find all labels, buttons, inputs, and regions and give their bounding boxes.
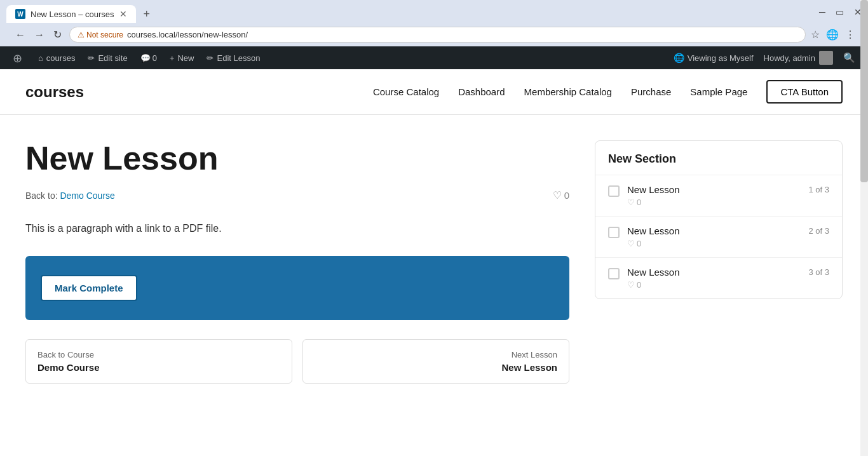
- lesson-checkbox-3[interactable]: [608, 268, 620, 279]
- sidebar-lesson-1[interactable]: New Lesson 1 of 3 ♡ 0: [595, 175, 842, 217]
- sidebar-lesson-3[interactable]: New Lesson 3 of 3 ♡ 0: [595, 258, 842, 298]
- viewing-as-text: 🌐 Viewing as Myself: [667, 53, 760, 63]
- site-header: courses Course Catalog Dashboard Members…: [0, 69, 868, 115]
- admin-bar-edit-site[interactable]: ✏ Edit site: [81, 46, 133, 69]
- browser-chrome: W New Lesson – courses ✕ + ─ ▭ ✕ ← → ↻ ⚠…: [0, 0, 868, 46]
- lesson-title: New Lesson: [25, 140, 569, 177]
- edit-site-icon: ✏: [88, 53, 95, 63]
- lesson-2-heart-icon: ♡: [627, 239, 635, 248]
- site-nav: Course Catalog Dashboard Membership Cata…: [373, 86, 747, 97]
- url-bar[interactable]: ⚠ Not secure courses.local/lesson/new-le…: [69, 27, 806, 43]
- back-to-label: Back to: Demo Course: [25, 191, 115, 201]
- wp-admin-bar: ⊕ ⌂ courses ✏ Edit site 💬 0 + New ✏ Edit…: [0, 46, 868, 69]
- reload-button[interactable]: ↻: [51, 27, 64, 42]
- sidebar-lesson-2[interactable]: New Lesson 2 of 3 ♡ 0: [595, 217, 842, 258]
- new-icon: +: [170, 53, 175, 63]
- lesson-1-position: 1 of 3: [808, 185, 829, 194]
- lesson-paragraph: This is a paragraph with a link to a PDF…: [25, 220, 569, 237]
- lesson-2-position: 2 of 3: [808, 226, 829, 236]
- globe-icon: 🌐: [674, 53, 684, 63]
- url-text: courses.local/lesson/new-lesson/: [127, 30, 248, 39]
- lesson-3-likes: ♡ 0: [627, 280, 829, 290]
- tab-title: New Lesson – courses: [31, 10, 114, 19]
- heart-icon: ♡: [553, 189, 562, 201]
- admin-bar-comments[interactable]: 💬 0: [134, 46, 163, 69]
- lesson-1-heart-icon: ♡: [627, 198, 635, 207]
- wp-logo-icon: ⊕: [13, 51, 25, 64]
- active-tab[interactable]: W New Lesson – courses ✕: [6, 5, 136, 23]
- like-number: 0: [564, 190, 569, 201]
- admin-bar-courses[interactable]: ⌂ courses: [32, 46, 81, 69]
- nav-sample-page[interactable]: Sample Page: [690, 86, 747, 97]
- sidebar-section-title: New Section: [595, 141, 842, 175]
- lesson-checkbox-1[interactable]: [608, 185, 620, 197]
- sidebar-card: New Section New Lesson 1 of 3 ♡ 0: [595, 140, 843, 299]
- next-lesson-label: Next Lesson: [315, 350, 557, 359]
- lesson-meta: Back to: Demo Course ♡ 0: [25, 189, 569, 201]
- back-to-course-title: Demo Course: [37, 362, 280, 373]
- nav-membership-catalog[interactable]: Membership Catalog: [524, 86, 612, 97]
- new-tab-button[interactable]: +: [139, 6, 156, 22]
- howdy-user[interactable]: Howdy, admin: [760, 51, 837, 65]
- tab-close-button[interactable]: ✕: [119, 9, 127, 19]
- admin-avatar: [819, 51, 833, 65]
- back-to-course-link[interactable]: Demo Course: [60, 191, 114, 201]
- scrollbar-thumb[interactable]: [860, 0, 868, 182]
- wp-logo-item[interactable]: ⊕: [6, 46, 32, 69]
- back-to-course-box[interactable]: Back to Course Demo Course: [25, 339, 292, 384]
- window-controls: ─ ▭ ✕: [819, 7, 862, 21]
- lesson-3-heart-icon: ♡: [627, 280, 635, 290]
- lesson-2-info: New Lesson 2 of 3 ♡ 0: [627, 225, 829, 248]
- minimize-button[interactable]: ─: [819, 7, 825, 17]
- nav-course-catalog[interactable]: Course Catalog: [373, 86, 439, 97]
- lesson-2-name: New Lesson: [627, 225, 680, 236]
- admin-search-icon[interactable]: 🔍: [837, 52, 862, 64]
- address-bar: ← → ↻ ⚠ Not secure courses.local/lesson/…: [6, 23, 862, 46]
- bookmark-icon[interactable]: ☆: [811, 29, 820, 41]
- cta-button[interactable]: CTA Button: [766, 80, 843, 104]
- back-button[interactable]: ←: [13, 28, 28, 42]
- lesson-1-likes: ♡ 0: [627, 198, 829, 207]
- maximize-button[interactable]: ▭: [836, 7, 844, 17]
- site-logo[interactable]: courses: [25, 83, 84, 101]
- lesson-sidebar: New Section New Lesson 1 of 3 ♡ 0: [595, 140, 843, 384]
- lesson-3-info: New Lesson 3 of 3 ♡ 0: [627, 267, 829, 290]
- extension-icon[interactable]: 🌐: [826, 29, 839, 41]
- nav-purchase[interactable]: Purchase: [631, 86, 671, 97]
- main-content: New Lesson Back to: Demo Course ♡ 0 This…: [0, 115, 868, 384]
- lesson-3-name: New Lesson: [627, 267, 680, 278]
- menu-icon[interactable]: ⋮: [845, 29, 855, 41]
- back-to-course-label: Back to Course: [37, 350, 280, 359]
- next-lesson-box[interactable]: Next Lesson New Lesson: [302, 339, 569, 384]
- like-count[interactable]: ♡ 0: [553, 189, 569, 201]
- mark-complete-button[interactable]: Mark Complete: [41, 275, 137, 301]
- tab-favicon: W: [15, 9, 25, 19]
- admin-bar-new[interactable]: + New: [163, 46, 201, 69]
- scrollbar[interactable]: [860, 0, 868, 384]
- edit-lesson-icon: ✏: [207, 53, 214, 63]
- lesson-content: New Lesson Back to: Demo Course ♡ 0 This…: [25, 140, 569, 384]
- lesson-2-likes: ♡ 0: [627, 239, 829, 248]
- nav-dashboard[interactable]: Dashboard: [458, 86, 505, 97]
- admin-bar-edit-lesson[interactable]: ✏ Edit Lesson: [200, 46, 266, 69]
- next-lesson-title: New Lesson: [315, 362, 557, 373]
- lesson-1-name: New Lesson: [627, 184, 680, 195]
- lesson-1-info: New Lesson 1 of 3 ♡ 0: [627, 184, 829, 207]
- lesson-3-position: 3 of 3: [808, 267, 829, 277]
- lesson-nav-boxes: Back to Course Demo Course Next Lesson N…: [25, 339, 569, 384]
- comment-icon: 💬: [140, 53, 151, 63]
- not-secure-indicator: ⚠ Not secure: [78, 30, 123, 39]
- courses-icon: ⌂: [38, 53, 43, 63]
- lesson-checkbox-2[interactable]: [608, 227, 620, 238]
- forward-button[interactable]: →: [32, 28, 47, 42]
- mark-complete-box: Mark Complete: [25, 256, 569, 320]
